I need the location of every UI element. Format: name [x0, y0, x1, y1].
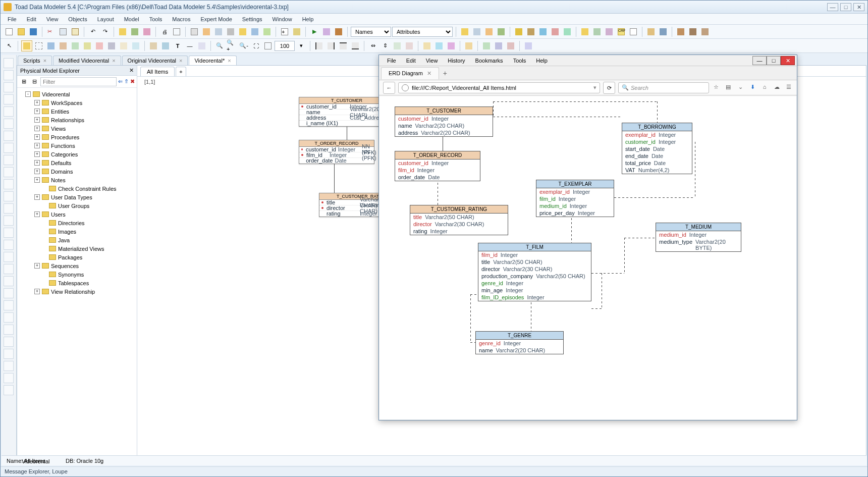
zoom-in-btn[interactable]: 🔍+ — [226, 40, 237, 51]
browser-new-tab[interactable]: + — [439, 67, 451, 79]
tb-t[interactable] — [525, 26, 536, 37]
tb-e[interactable] — [201, 26, 212, 37]
open-btn[interactable] — [16, 26, 27, 37]
expand-icon[interactable]: + — [34, 169, 40, 174]
tb-c[interactable] — [141, 26, 152, 37]
size-h-btn[interactable] — [404, 40, 415, 51]
attributes-combo[interactable]: Attributes — [392, 27, 453, 37]
preview-btn[interactable] — [171, 26, 182, 37]
tree-node[interactable]: +View Relationship — [19, 287, 135, 296]
gutter-btn[interactable] — [4, 337, 14, 347]
tb-q[interactable] — [483, 26, 495, 37]
tb2-m[interactable]: — — [184, 40, 195, 51]
tb-f[interactable] — [213, 26, 224, 37]
gutter-btn[interactable] — [4, 373, 14, 383]
tb-p[interactable] — [471, 26, 482, 37]
align-b-btn[interactable] — [350, 40, 361, 51]
pocket-icon[interactable]: ⌄ — [736, 84, 744, 92]
tb-ab[interactable] — [628, 26, 639, 37]
tb-v[interactable] — [550, 26, 561, 37]
tree-node[interactable]: Materialized Views — [19, 244, 135, 253]
gutter-btn[interactable] — [4, 240, 14, 250]
menu-objects[interactable]: Objects — [63, 15, 92, 24]
tb2-k[interactable] — [148, 40, 159, 51]
filter-prev-btn[interactable]: ⇐ — [118, 78, 123, 85]
tree-node[interactable]: Images — [19, 227, 135, 236]
tree-node[interactable]: +Users — [19, 210, 135, 219]
tb-a[interactable] — [117, 26, 128, 37]
explorer-close-btn[interactable]: ✕ — [129, 67, 134, 74]
gutter-btn[interactable] — [4, 119, 14, 129]
size-w-btn[interactable] — [392, 40, 403, 51]
redo-btn[interactable]: ↷ — [99, 26, 111, 37]
pointer-btn[interactable]: ↖ — [4, 40, 15, 51]
tb-x[interactable] — [579, 26, 590, 37]
menu-help[interactable]: Help — [297, 15, 319, 24]
browser-min-btn[interactable]: — — [752, 56, 767, 65]
browser-content[interactable]: T_CUSTOMERcustomer_idIntegernameVarchar2… — [379, 96, 796, 419]
zoom-down-btn[interactable]: ▾ — [296, 40, 307, 51]
zoom-region-btn[interactable]: ⛶ — [250, 40, 261, 51]
tree-node[interactable]: +User Data Types — [19, 193, 135, 201]
tree-node[interactable]: +Entities — [19, 107, 135, 116]
erd-entity[interactable]: T_ORDER_RECORDcustomer_idIntegerNN (PFK)… — [299, 140, 374, 164]
tb2-g[interactable] — [94, 40, 105, 51]
gutter-btn[interactable] — [4, 179, 14, 189]
browser-menu-view[interactable]: View — [421, 56, 443, 65]
gutter-btn[interactable] — [4, 361, 14, 371]
filter-input[interactable] — [40, 77, 117, 86]
undo-btn[interactable]: ↶ — [87, 26, 98, 37]
menu-tools[interactable]: Tools — [144, 15, 168, 24]
expand-icon[interactable]: - — [25, 91, 31, 97]
tree-node[interactable]: Synonyms — [19, 270, 135, 279]
menu-layout[interactable]: Layout — [92, 15, 119, 24]
tb2-s[interactable] — [481, 40, 492, 51]
tb-l[interactable] — [291, 26, 302, 37]
browser-back-btn[interactable]: ← — [383, 82, 395, 94]
browser-menu-history[interactable]: History — [443, 56, 470, 65]
tb-o[interactable] — [459, 26, 470, 37]
cut-btn[interactable]: ✂ — [45, 26, 57, 37]
tb-z[interactable] — [604, 26, 615, 37]
tb2-o[interactable] — [421, 40, 432, 51]
tree-node[interactable]: User Groups — [19, 201, 135, 210]
tb2-f[interactable] — [82, 40, 93, 51]
download-icon[interactable]: ⬇ — [748, 84, 756, 92]
tree-node[interactable]: +Domains — [19, 167, 135, 176]
expand-icon[interactable]: + — [34, 151, 40, 157]
star-icon[interactable]: ☆ — [712, 84, 720, 92]
expand-icon[interactable]: + — [34, 109, 40, 114]
copy-btn[interactable] — [58, 26, 69, 37]
gutter-btn[interactable] — [4, 167, 14, 177]
browser-window[interactable]: FileEditViewHistoryBookmarksToolsHelp — … — [378, 55, 797, 420]
gutter-btn[interactable] — [4, 264, 14, 274]
gutter-btn[interactable] — [4, 58, 14, 68]
zoom-input[interactable] — [275, 41, 295, 51]
tree-node[interactable]: Tablespaces — [19, 279, 135, 287]
browser-tab[interactable]: ERD Diagram ✕ — [381, 67, 439, 79]
tb-m[interactable] — [321, 26, 332, 37]
tb-s[interactable] — [513, 26, 524, 37]
gutter-btn[interactable] — [4, 191, 14, 201]
tb2-h[interactable] — [106, 40, 117, 51]
tb2-q[interactable] — [446, 40, 457, 51]
tb-d[interactable] — [189, 26, 200, 37]
tb-y[interactable] — [591, 26, 603, 37]
gutter-btn[interactable] — [4, 288, 14, 298]
tb2-b[interactable] — [33, 40, 44, 51]
tree-node[interactable]: +Notes — [19, 176, 135, 184]
browser-menu-file[interactable]: File — [382, 56, 401, 65]
filter-clear-btn[interactable]: ✖ — [130, 78, 135, 85]
text-btn[interactable]: T — [172, 40, 183, 51]
tb-ae[interactable] — [675, 26, 686, 37]
gutter-btn[interactable] — [4, 82, 14, 92]
tree[interactable]: -Videorental+WorkSpaces+Entities+Relatio… — [17, 88, 137, 465]
expand-icon[interactable]: + — [34, 177, 40, 183]
align-t-btn[interactable] — [338, 40, 349, 51]
tree-node[interactable]: +Sequences — [19, 261, 135, 270]
canvas-tab-all-items[interactable]: All Items — [140, 67, 175, 76]
browser-menu-tools[interactable]: Tools — [508, 56, 531, 65]
gutter-btn[interactable] — [4, 312, 14, 323]
gutter-btn[interactable] — [4, 385, 14, 395]
menu-model[interactable]: Model — [119, 15, 144, 24]
